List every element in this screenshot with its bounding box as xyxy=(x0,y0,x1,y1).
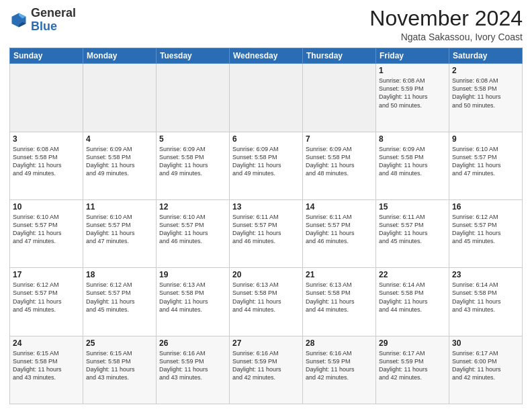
calendar-cell: 21Sunrise: 6:13 AM Sunset: 5:58 PM Dayli… xyxy=(303,268,376,336)
day-number: 6 xyxy=(232,134,300,144)
col-thursday: Thursday xyxy=(303,48,376,64)
day-number: 12 xyxy=(159,202,226,212)
calendar-cell: 19Sunrise: 6:13 AM Sunset: 5:58 PM Dayli… xyxy=(157,268,230,336)
day-info: Sunrise: 6:15 AM Sunset: 5:58 PM Dayligh… xyxy=(13,349,80,382)
day-number: 22 xyxy=(379,270,446,279)
day-number: 25 xyxy=(86,338,153,348)
day-info: Sunrise: 6:11 AM Sunset: 5:57 PM Dayligh… xyxy=(232,213,300,246)
calendar-cell xyxy=(157,64,230,132)
calendar-cell: 12Sunrise: 6:10 AM Sunset: 5:57 PM Dayli… xyxy=(157,199,230,267)
day-number: 11 xyxy=(86,202,153,212)
day-number: 21 xyxy=(306,270,373,279)
calendar-cell: 14Sunrise: 6:11 AM Sunset: 5:57 PM Dayli… xyxy=(303,199,376,267)
calendar-cell: 5Sunrise: 6:09 AM Sunset: 5:58 PM Daylig… xyxy=(157,132,230,199)
col-saturday: Saturday xyxy=(449,48,523,64)
day-number: 23 xyxy=(452,270,519,279)
calendar-cell: 10Sunrise: 6:10 AM Sunset: 5:57 PM Dayli… xyxy=(10,199,83,267)
day-number: 20 xyxy=(232,270,300,279)
calendar-cell: 24Sunrise: 6:15 AM Sunset: 5:58 PM Dayli… xyxy=(10,336,83,404)
day-info: Sunrise: 6:09 AM Sunset: 5:58 PM Dayligh… xyxy=(86,145,153,178)
logo-general: General xyxy=(31,6,76,19)
calendar-cell: 28Sunrise: 6:16 AM Sunset: 5:59 PM Dayli… xyxy=(303,336,376,404)
day-info: Sunrise: 6:10 AM Sunset: 5:57 PM Dayligh… xyxy=(452,145,519,178)
day-number: 19 xyxy=(159,270,226,279)
calendar-week-0: 1Sunrise: 6:08 AM Sunset: 5:59 PM Daylig… xyxy=(10,64,523,132)
day-info: Sunrise: 6:13 AM Sunset: 5:58 PM Dayligh… xyxy=(306,281,373,314)
day-info: Sunrise: 6:10 AM Sunset: 5:57 PM Dayligh… xyxy=(159,213,226,246)
day-info: Sunrise: 6:08 AM Sunset: 5:59 PM Dayligh… xyxy=(379,77,446,109)
day-number: 4 xyxy=(86,134,153,144)
day-number: 17 xyxy=(13,270,80,279)
calendar-cell: 25Sunrise: 6:15 AM Sunset: 5:58 PM Dayli… xyxy=(83,336,157,404)
day-number: 16 xyxy=(452,202,519,212)
day-info: Sunrise: 6:13 AM Sunset: 5:58 PM Dayligh… xyxy=(159,281,226,314)
calendar-cell: 4Sunrise: 6:09 AM Sunset: 5:58 PM Daylig… xyxy=(83,132,157,199)
day-info: Sunrise: 6:09 AM Sunset: 5:58 PM Dayligh… xyxy=(379,145,446,178)
day-info: Sunrise: 6:14 AM Sunset: 5:58 PM Dayligh… xyxy=(379,281,446,314)
day-info: Sunrise: 6:14 AM Sunset: 5:58 PM Dayligh… xyxy=(452,281,519,314)
calendar-cell: 20Sunrise: 6:13 AM Sunset: 5:58 PM Dayli… xyxy=(230,268,303,336)
calendar-cell xyxy=(230,64,303,132)
calendar-cell: 6Sunrise: 6:09 AM Sunset: 5:58 PM Daylig… xyxy=(230,132,303,199)
col-wednesday: Wednesday xyxy=(230,48,303,64)
day-number: 8 xyxy=(379,134,446,144)
day-number: 9 xyxy=(452,134,519,144)
day-number: 5 xyxy=(159,134,226,144)
day-info: Sunrise: 6:16 AM Sunset: 5:59 PM Dayligh… xyxy=(159,349,226,382)
page: General Blue November 2024 Ngata Sakasso… xyxy=(0,0,532,411)
day-number: 24 xyxy=(13,338,80,348)
calendar-cell: 13Sunrise: 6:11 AM Sunset: 5:57 PM Dayli… xyxy=(230,199,303,267)
col-tuesday: Tuesday xyxy=(157,48,230,64)
day-info: Sunrise: 6:16 AM Sunset: 5:59 PM Dayligh… xyxy=(306,349,373,382)
logo-icon xyxy=(9,11,28,30)
day-info: Sunrise: 6:09 AM Sunset: 5:58 PM Dayligh… xyxy=(306,145,373,178)
month-title: November 2024 xyxy=(369,7,523,30)
day-number: 26 xyxy=(159,338,226,348)
day-number: 18 xyxy=(86,270,153,279)
location-subtitle: Ngata Sakassou, Ivory Coast xyxy=(369,32,523,42)
calendar-cell: 18Sunrise: 6:12 AM Sunset: 5:57 PM Dayli… xyxy=(83,268,157,336)
day-info: Sunrise: 6:16 AM Sunset: 5:59 PM Dayligh… xyxy=(232,349,300,382)
day-info: Sunrise: 6:12 AM Sunset: 5:57 PM Dayligh… xyxy=(452,213,519,246)
day-number: 28 xyxy=(306,338,373,348)
col-monday: Monday xyxy=(83,48,157,64)
calendar-cell: 1Sunrise: 6:08 AM Sunset: 5:59 PM Daylig… xyxy=(376,64,449,132)
logo: General Blue xyxy=(9,7,76,34)
day-number: 10 xyxy=(13,202,80,212)
day-number: 27 xyxy=(232,338,300,348)
day-info: Sunrise: 6:17 AM Sunset: 6:00 PM Dayligh… xyxy=(452,349,519,382)
calendar-cell: 16Sunrise: 6:12 AM Sunset: 5:57 PM Dayli… xyxy=(449,199,523,267)
calendar-cell: 23Sunrise: 6:14 AM Sunset: 5:58 PM Dayli… xyxy=(449,268,523,336)
day-number: 13 xyxy=(232,202,300,212)
calendar-cell: 22Sunrise: 6:14 AM Sunset: 5:58 PM Dayli… xyxy=(376,268,449,336)
calendar-table: Sunday Monday Tuesday Wednesday Thursday… xyxy=(9,48,523,404)
day-info: Sunrise: 6:17 AM Sunset: 5:59 PM Dayligh… xyxy=(379,349,446,382)
day-info: Sunrise: 6:08 AM Sunset: 5:58 PM Dayligh… xyxy=(13,145,80,178)
day-info: Sunrise: 6:11 AM Sunset: 5:57 PM Dayligh… xyxy=(379,213,446,246)
day-number: 15 xyxy=(379,202,446,212)
calendar-cell xyxy=(10,64,83,132)
calendar-cell xyxy=(303,64,376,132)
calendar-cell: 2Sunrise: 6:08 AM Sunset: 5:58 PM Daylig… xyxy=(449,64,523,132)
day-number: 3 xyxy=(13,134,80,144)
header: General Blue November 2024 Ngata Sakasso… xyxy=(9,7,523,42)
day-number: 2 xyxy=(452,66,519,75)
calendar-week-1: 3Sunrise: 6:08 AM Sunset: 5:58 PM Daylig… xyxy=(10,132,523,199)
calendar-cell: 26Sunrise: 6:16 AM Sunset: 5:59 PM Dayli… xyxy=(157,336,230,404)
day-number: 7 xyxy=(306,134,373,144)
day-info: Sunrise: 6:15 AM Sunset: 5:58 PM Dayligh… xyxy=(86,349,153,382)
day-info: Sunrise: 6:12 AM Sunset: 5:57 PM Dayligh… xyxy=(13,281,80,314)
calendar-cell: 9Sunrise: 6:10 AM Sunset: 5:57 PM Daylig… xyxy=(449,132,523,199)
calendar-cell: 15Sunrise: 6:11 AM Sunset: 5:57 PM Dayli… xyxy=(376,199,449,267)
day-info: Sunrise: 6:08 AM Sunset: 5:58 PM Dayligh… xyxy=(452,77,519,109)
logo-blue: Blue xyxy=(31,19,57,33)
day-number: 14 xyxy=(306,202,373,212)
title-block: November 2024 Ngata Sakassou, Ivory Coas… xyxy=(369,7,523,42)
day-info: Sunrise: 6:10 AM Sunset: 5:57 PM Dayligh… xyxy=(13,213,80,246)
day-info: Sunrise: 6:11 AM Sunset: 5:57 PM Dayligh… xyxy=(306,213,373,246)
day-number: 29 xyxy=(379,338,446,348)
day-number: 1 xyxy=(379,66,446,75)
logo-text: General Blue xyxy=(31,7,76,34)
calendar-cell xyxy=(83,64,157,132)
calendar-cell: 8Sunrise: 6:09 AM Sunset: 5:58 PM Daylig… xyxy=(376,132,449,199)
